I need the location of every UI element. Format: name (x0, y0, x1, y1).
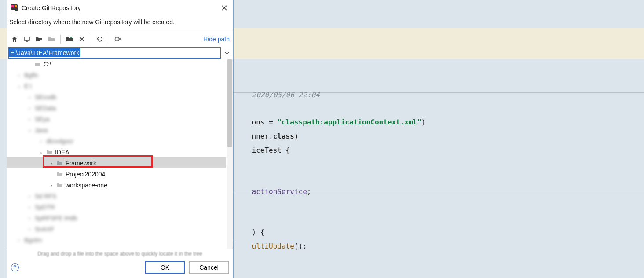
tree-item-workspace[interactable]: › workspace-one (7, 179, 226, 190)
tree-item-idea[interactable]: ⌄ IDEA (7, 146, 226, 157)
folder-icon (57, 160, 63, 166)
close-button[interactable] (220, 4, 229, 12)
tree-item-framework[interactable]: › Framework (7, 157, 226, 168)
delete-icon[interactable] (77, 34, 87, 44)
chevron-right-icon: › (49, 161, 54, 166)
hide-path-link[interactable]: Hide path (203, 36, 231, 43)
folder-icon (46, 149, 52, 155)
ok-button[interactable]: OK (145, 261, 185, 274)
tree-label-framework: Framework (66, 160, 96, 167)
dialog-title: Create Git Repository (22, 4, 216, 11)
chevron-down-icon: ⌄ (38, 149, 44, 155)
path-input[interactable]: E:\Java\IDEA\Framework (8, 47, 221, 59)
tree-item-blurred[interactable]: ›SnAXF (7, 223, 226, 234)
svg-point-6 (115, 37, 119, 41)
svg-rect-7 (35, 63, 40, 66)
show-hidden-icon[interactable] (113, 34, 123, 44)
dialog-toolbar: Hide path (7, 31, 233, 47)
module-dir-icon[interactable] (46, 34, 57, 44)
refresh-icon[interactable] (95, 34, 105, 44)
path-input-row: E:\Java\IDEA\Framework (7, 47, 233, 59)
directory-tree: C:\ ›Bgfln ⌄E:\ ›SEcodb ›SEData ›SEya ⌄J… (7, 59, 233, 249)
scrollbar-thumb[interactable] (227, 59, 232, 147)
tree-item-blurred[interactable]: ›SEData (7, 102, 226, 113)
tree-item-blurred[interactable]: ›dlcvvlgocr (7, 135, 226, 146)
new-folder-icon[interactable] (64, 34, 75, 44)
tree-item-c-drive[interactable]: C:\ (7, 59, 226, 70)
tree-item-blurred[interactable]: ⌄E:\ (7, 80, 226, 91)
svg-rect-4 (24, 37, 29, 40)
cancel-button[interactable]: Cancel (189, 261, 229, 274)
tree-item-blurred[interactable]: ›SpDTR (7, 201, 226, 212)
dialog-instruction: Select directory where the new Git repos… (7, 15, 233, 31)
folder-icon (57, 182, 63, 188)
svg-rect-3 (11, 10, 15, 11)
tree-item-blurred[interactable]: ›Bgolrn (7, 234, 226, 245)
tree-item-blurred[interactable]: ›SEya (7, 113, 226, 124)
code-line-field: actionService (252, 187, 307, 196)
path-input-value: E:\Java\IDEA\Framework (9, 48, 80, 57)
svg-point-5 (40, 40, 42, 42)
tree-item-project[interactable]: › Project202004 (7, 168, 226, 179)
code-line-context1-c: ) (421, 118, 426, 126)
code-line-classdecl: iceTest { (252, 146, 290, 154)
project-dir-icon[interactable] (34, 34, 44, 44)
drag-drop-hint: Drag and drop a file into the space abov… (7, 249, 233, 258)
svg-rect-1 (11, 5, 14, 7)
chevron-right-icon: › (49, 183, 54, 188)
desktop-icon[interactable] (22, 34, 32, 44)
code-line-context1-string: "classpath:applicationContext.xml" (277, 118, 421, 126)
code-comment-date: 2020/05/06 22:04 (252, 91, 320, 99)
dialog-titlebar: Create Git Repository (7, 0, 233, 15)
help-icon[interactable]: ? (11, 263, 19, 271)
app-icon (10, 4, 18, 12)
tree-label-c: C:\ (44, 61, 51, 68)
tree-item-blurred[interactable]: ⌄Java (7, 124, 226, 135)
tree-item-blurred[interactable]: ›SpRFSFE IHdb (7, 212, 226, 223)
create-git-repository-dialog: Create Git Repository Select directory w… (7, 0, 234, 278)
drive-icon (35, 61, 41, 67)
code-line-call: ultiUpdate (252, 242, 294, 250)
tree-item-blurred[interactable]: ›Bgfln (7, 70, 226, 80)
code-line-call-tail: (); (294, 242, 307, 250)
dialog-footer: ? OK Cancel (7, 258, 233, 278)
code-line-runner-c: ) (294, 132, 299, 140)
tree-scrollbar[interactable] (227, 59, 233, 249)
tree-item-blurred[interactable]: ›Sd RFS (7, 190, 226, 201)
folder-icon (57, 171, 63, 177)
tree-item-blurred[interactable]: ›SEcodb (7, 91, 226, 102)
home-icon[interactable] (9, 34, 20, 44)
tree-label-idea: IDEA (55, 149, 70, 156)
tree-label-project: Project202004 (66, 171, 105, 178)
tree-label-workspace: workspace-one (66, 182, 107, 189)
code-line-field-semi: ; (307, 187, 311, 196)
svg-rect-2 (15, 5, 17, 7)
history-dropdown-icon[interactable] (223, 48, 231, 57)
